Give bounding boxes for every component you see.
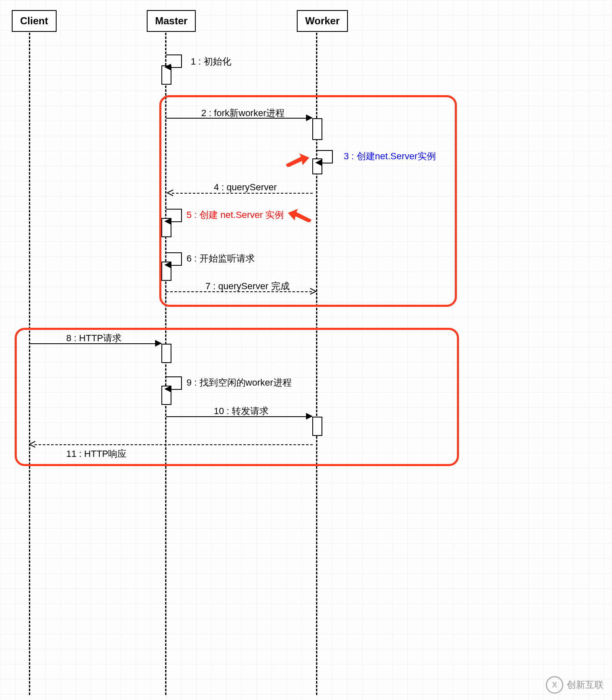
arrow-line (171, 67, 182, 68)
highlight-group-1 (159, 95, 457, 307)
message-label: 5 : 创建 net.Server 实例 (187, 209, 284, 221)
participant-master: Master (147, 10, 196, 32)
arrow-line (322, 163, 333, 163)
lifeline-client (29, 33, 30, 695)
participant-label: Client (20, 15, 48, 26)
arrowhead-icon (164, 64, 171, 70)
arrow-line (181, 54, 182, 67)
participant-label: Worker (305, 15, 340, 26)
participant-worker: Worker (297, 10, 348, 32)
arrow-line (166, 376, 181, 377)
watermark: X 创新互联 (546, 676, 604, 694)
arrow-line (317, 150, 332, 151)
arrow-line (171, 221, 182, 222)
arrow-line (166, 54, 181, 55)
arrow-line (332, 150, 333, 163)
watermark-icon: X (546, 676, 563, 694)
message-label: 1 : 初始化 (191, 55, 231, 68)
arrow-line (166, 252, 181, 253)
arrow-line (181, 209, 182, 221)
activation-worker (312, 118, 322, 140)
participant-client: Client (12, 10, 57, 32)
arrowhead-icon (164, 386, 171, 392)
sequence-diagram: Client Master Worker 1 : 初始化 2 : fork新wo… (0, 0, 612, 700)
arrowhead-icon (315, 159, 322, 166)
arrow-line (172, 193, 313, 194)
callout-arrow-icon (287, 207, 312, 222)
arrow-line (171, 265, 182, 266)
arrow-line (181, 376, 182, 389)
arrow-line (166, 209, 181, 210)
activation-worker (312, 417, 322, 436)
arrowhead-icon (155, 340, 162, 347)
message-label: 3 : 创建net.Server实例 (344, 150, 436, 163)
highlight-group-2 (15, 328, 459, 466)
callout-arrow-icon (285, 152, 310, 167)
arrow-line (171, 389, 182, 390)
arrowhead-icon (164, 218, 171, 225)
message-label: 6 : 开始监听请求 (187, 252, 255, 265)
message-label: 8 : HTTP请求 (66, 332, 122, 345)
participant-label: Master (155, 15, 187, 26)
message-label: 9 : 找到空闲的worker进程 (187, 376, 292, 389)
message-label: 11 : HTTP响应 (66, 448, 127, 460)
arrowhead-icon (306, 114, 313, 121)
arrowhead-icon (166, 189, 174, 197)
activation-master (161, 344, 171, 363)
message-label: 7 : queryServer 完成 (205, 280, 290, 293)
watermark-text: 创新互联 (567, 679, 604, 691)
arrow-line (181, 252, 182, 265)
lifeline-master (165, 33, 166, 695)
arrowhead-icon (29, 441, 36, 448)
arrow-line (34, 444, 313, 445)
message-label: 4 : queryServer (214, 182, 277, 193)
arrowhead-icon (306, 413, 313, 420)
arrowhead-icon (309, 288, 317, 295)
arrowhead-icon (164, 262, 171, 268)
message-label: 2 : fork新worker进程 (201, 107, 285, 119)
message-label: 10 : 转发请求 (214, 405, 269, 417)
